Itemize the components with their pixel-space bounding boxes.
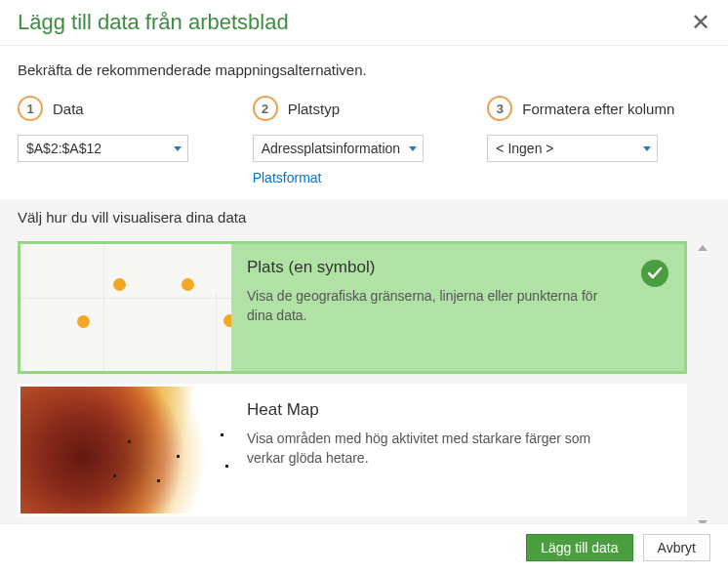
chevron-down-icon <box>409 146 417 151</box>
step-number-2: 2 <box>253 96 278 121</box>
step-location-type: 2 Platstyp Adressplatsinformation Platsf… <box>253 96 476 185</box>
location-type-select-value: Adressplatsinformation <box>262 141 400 156</box>
viz-option-desc: Visa de geografiska gränserna, linjerna … <box>247 287 626 325</box>
step-number-3: 3 <box>487 96 512 121</box>
dialog-title: Lägg till data från arbetsblad <box>18 10 289 35</box>
step-label-format-column: Formatera efter kolumn <box>522 101 674 117</box>
step-label-location-type: Platstyp <box>288 101 340 117</box>
viz-thumb-heatmap <box>20 387 231 513</box>
viz-thumb-points <box>20 244 231 371</box>
chevron-down-icon <box>643 146 651 151</box>
viz-option-title: Plats (en symbol) <box>247 258 626 277</box>
scrollbar[interactable] <box>695 241 710 530</box>
visualize-section-label: Välj hur du vill visualisera dina data <box>0 199 728 235</box>
add-data-button[interactable]: Lägg till data <box>526 534 632 561</box>
format-column-select-value: < Ingen > <box>496 141 553 156</box>
step-format-column: 3 Formatera efter kolumn < Ingen > <box>487 96 710 185</box>
step-data: 1 Data $A$2:$A$12 <box>18 96 241 185</box>
data-select[interactable]: $A$2:$A$12 <box>18 135 188 162</box>
selected-check-icon <box>641 260 668 287</box>
close-icon[interactable]: ✕ <box>691 11 710 34</box>
chevron-down-icon <box>174 146 182 151</box>
data-select-value: $A$2:$A$12 <box>26 141 101 156</box>
cancel-button[interactable]: Avbryt <box>643 534 710 561</box>
step-number-1: 1 <box>18 96 43 121</box>
step-label-data: Data <box>53 101 84 117</box>
scroll-up-icon[interactable] <box>698 245 708 251</box>
location-type-select[interactable]: Adressplatsinformation <box>253 135 424 162</box>
viz-option-heatmap[interactable]: Heat Map Visa områden med hög aktivitet … <box>18 384 687 516</box>
location-format-link[interactable]: Platsformat <box>253 170 476 185</box>
viz-option-points[interactable]: Plats (en symbol) Visa de geografiska gr… <box>18 241 687 374</box>
format-column-select[interactable]: < Ingen > <box>487 135 658 162</box>
dialog-subtitle: Bekräfta de rekommenderade mappningsalte… <box>18 62 710 78</box>
viz-option-desc: Visa områden med hög aktivitet med stark… <box>247 430 626 468</box>
viz-option-title: Heat Map <box>247 400 626 420</box>
